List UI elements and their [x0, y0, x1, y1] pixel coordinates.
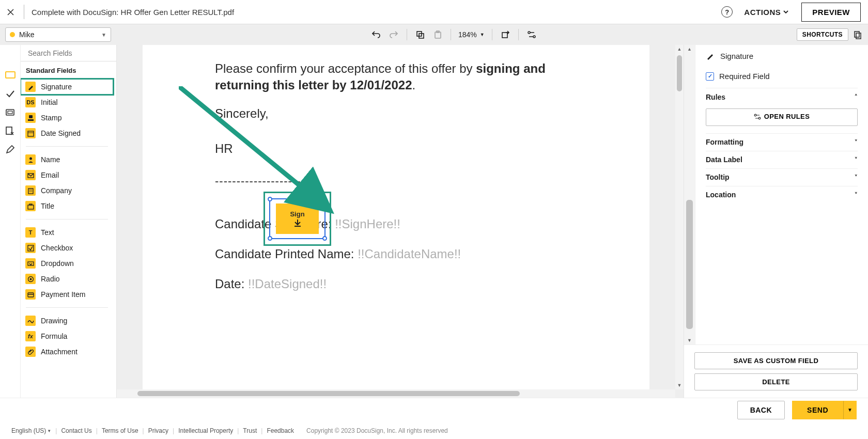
field-label: Formula — [41, 332, 67, 340]
rail-custom-fields[interactable] — [1, 84, 20, 103]
document-page[interactable]: Please confirm your acceptance of this o… — [143, 45, 649, 389]
redo-button — [388, 29, 399, 40]
send-button[interactable]: SEND — [792, 401, 843, 419]
recipient-dropdown[interactable]: Mike ▼ — [5, 27, 111, 42]
topbar: Complete with DocuSign: HR Offer Gen Let… — [0, 0, 868, 24]
section-data-label[interactable]: Data Label ˅ — [706, 151, 858, 168]
envelope-icon — [25, 170, 36, 180]
close-button[interactable] — [4, 6, 17, 18]
drawing-icon — [25, 316, 36, 326]
field-stamp[interactable]: Stamp — [21, 110, 113, 126]
resize-handle[interactable] — [268, 197, 272, 201]
scroll-down-icon[interactable]: ▼ — [675, 381, 684, 389]
field-checkbox[interactable]: Checkbox — [21, 240, 113, 256]
checkbox-checked-icon: ✓ — [706, 72, 714, 81]
sign-here-box[interactable]: Sign — [276, 203, 319, 234]
section-location[interactable]: Location ˅ — [706, 186, 858, 203]
copy-button[interactable] — [414, 29, 426, 40]
resize-handle[interactable] — [268, 236, 272, 241]
field-attachment[interactable]: Attachment — [21, 344, 113, 359]
search-box[interactable]: ✕ — [21, 45, 116, 61]
link-terms[interactable]: Terms of Use — [102, 427, 138, 434]
field-label: Company — [41, 186, 72, 195]
undo-button[interactable] — [370, 29, 382, 40]
help-icon[interactable]: ? — [721, 6, 733, 18]
field-dropdown[interactable]: Dropdown — [21, 256, 113, 271]
zoom-dropdown[interactable]: 184% ▼ — [455, 30, 488, 39]
shortcuts-button[interactable]: SHORTCUTS — [797, 28, 848, 41]
field-initial[interactable]: DS Initial — [21, 95, 113, 110]
scroll-up-icon[interactable]: ▲ — [675, 45, 684, 53]
language-selector[interactable]: English (US)▼ — [11, 427, 51, 434]
back-button[interactable]: BACK — [737, 401, 785, 419]
link-privacy[interactable]: Privacy — [148, 427, 168, 434]
svg-rect-13 — [6, 127, 12, 134]
field-company[interactable]: Company — [21, 183, 113, 198]
recipient-name: Mike — [19, 30, 101, 39]
resize-handle[interactable] — [322, 236, 327, 241]
rail-merge-fields[interactable] — [1, 103, 20, 121]
field-name[interactable]: Name — [21, 152, 113, 167]
resize-handle[interactable] — [322, 197, 327, 201]
actions-dropdown[interactable]: ACTIONS — [744, 8, 789, 17]
field-signature[interactable]: Signature — [21, 79, 113, 95]
canvas[interactable]: Please confirm your acceptance of this o… — [117, 45, 684, 398]
scroll-thumb[interactable] — [686, 200, 693, 329]
vertical-scrollbar[interactable]: ▲ ▼ — [675, 45, 684, 389]
pages-panel-toggle[interactable] — [853, 29, 863, 40]
candidate-name-line: Candidate Printed Name: !!CandidateName!… — [215, 247, 577, 261]
field-formula[interactable]: fx Formula — [21, 328, 113, 344]
formula-icon: fx — [25, 331, 36, 341]
briefcase-icon — [25, 201, 36, 211]
chevron-down-icon: ˅ — [855, 156, 858, 163]
rail-prefill[interactable] — [1, 121, 20, 140]
scroll-thumb[interactable] — [137, 391, 520, 396]
calendar-icon — [25, 128, 36, 138]
horizontal-scrollbar[interactable] — [117, 389, 675, 398]
section-rules[interactable]: Rules ˄ — [706, 88, 858, 105]
field-label: Signature — [41, 83, 72, 91]
divider — [24, 5, 24, 19]
checkbox-icon — [25, 243, 36, 253]
preview-button[interactable]: PREVIEW — [801, 3, 861, 22]
field-text[interactable]: T Text — [21, 225, 113, 240]
svg-rect-7 — [855, 32, 859, 37]
field-email[interactable]: Email — [21, 167, 113, 183]
signature-field-placed[interactable]: Sign — [269, 198, 326, 239]
svg-rect-15 — [29, 115, 33, 118]
required-field-checkbox[interactable]: ✓ Required Field — [706, 72, 858, 81]
search-input[interactable] — [28, 49, 117, 57]
doc-divider-dashes: --------------------- — [215, 175, 577, 188]
section-formatting[interactable]: Formatting ˅ — [706, 133, 858, 151]
link-trust[interactable]: Trust — [243, 427, 257, 434]
svg-point-5 — [528, 32, 530, 34]
chevron-down-icon: ▼ — [480, 32, 485, 37]
group-title: Standard Fields — [21, 61, 113, 79]
panel-mini-scrollbar[interactable]: ▲ ▼ — [684, 45, 695, 344]
svg-point-30 — [758, 117, 761, 119]
rail-edit-icon[interactable] — [1, 140, 20, 159]
section-tooltip[interactable]: Tooltip ˅ — [706, 168, 858, 186]
field-payment[interactable]: Payment Item — [21, 287, 113, 302]
rules-icon[interactable] — [526, 29, 537, 40]
field-radio[interactable]: Radio — [21, 271, 113, 287]
svg-point-26 — [29, 278, 32, 280]
link-contact[interactable]: Contact Us — [61, 427, 91, 434]
scroll-thumb[interactable] — [677, 55, 682, 91]
date-line: Date: !!DateSigned!! — [215, 277, 577, 291]
chevron-down-icon: ˅ — [855, 139, 858, 146]
rail-standard-fields[interactable] — [1, 66, 20, 84]
send-split-button: SEND ▼ — [792, 401, 857, 419]
attachment-icon — [25, 347, 36, 357]
save-custom-field-button[interactable]: SAVE AS CUSTOM FIELD — [694, 352, 858, 369]
send-dropdown-toggle[interactable]: ▼ — [843, 401, 857, 419]
field-drawing[interactable]: Drawing — [21, 313, 113, 328]
svg-point-29 — [754, 114, 756, 116]
rotate-button[interactable] — [500, 29, 511, 40]
field-date-signed[interactable]: Date Signed — [21, 126, 113, 141]
delete-button[interactable]: DELETE — [694, 373, 858, 390]
field-title[interactable]: Title — [21, 198, 113, 214]
link-feedback[interactable]: Feedback — [267, 427, 294, 434]
open-rules-button[interactable]: OPEN RULES — [706, 108, 858, 126]
link-ip[interactable]: Intellectual Property — [178, 427, 233, 434]
